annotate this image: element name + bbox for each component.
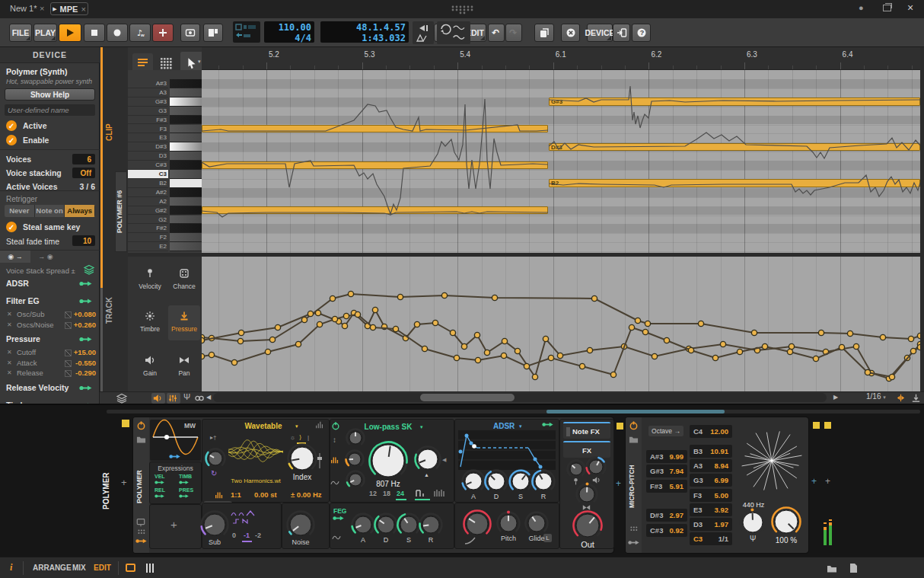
filter-drive-knob[interactable] xyxy=(343,448,366,471)
pressure-point[interactable] xyxy=(839,344,844,350)
prev-icon[interactable]: ◀ xyxy=(206,394,211,401)
pressure-point[interactable] xyxy=(917,333,920,338)
micropitch-value[interactable]: 6.99 xyxy=(715,476,729,484)
filter-slope-option[interactable]: 24 xyxy=(397,490,404,497)
mod-source-row[interactable]: Filter EG xyxy=(0,295,100,307)
expression-tab-gain[interactable]: Gain xyxy=(134,350,166,385)
pressure-point[interactable] xyxy=(524,363,529,369)
pressure-point[interactable] xyxy=(910,348,916,353)
mod-target-row[interactable]: ✕Attack-0.550 xyxy=(0,359,100,369)
pressure-point[interactable] xyxy=(461,343,467,349)
notefx-gain-knob[interactable] xyxy=(584,455,608,479)
show-help-button[interactable]: Show Help xyxy=(5,88,95,101)
insert-device-plus[interactable]: + xyxy=(616,478,621,489)
octave-mode-button[interactable]: Octave → xyxy=(648,426,683,436)
pressure-point[interactable] xyxy=(853,343,859,349)
device-name-input[interactable]: User-defined name xyxy=(5,104,95,116)
filter-type-dropdown[interactable]: Low-pass SK xyxy=(358,423,419,431)
osc-detune-st-value[interactable]: 0.00 st xyxy=(254,490,277,499)
mod-curve-icon[interactable] xyxy=(65,311,72,318)
layout-button[interactable] xyxy=(203,24,223,42)
filter-env-knob[interactable] xyxy=(344,468,367,491)
micropitch-value[interactable]: 5.00 xyxy=(715,491,729,500)
tab-track-section[interactable]: TRACK xyxy=(105,291,116,331)
pressure-point[interactable] xyxy=(557,353,562,358)
piano-key[interactable] xyxy=(170,97,202,107)
single-icon[interactable]: | xyxy=(307,434,309,441)
pressure-point[interactable] xyxy=(698,321,703,326)
micropitch-value[interactable]: 5.91 xyxy=(670,482,684,490)
micropitch-value[interactable]: 9.99 xyxy=(670,452,684,461)
piano-key[interactable] xyxy=(170,233,202,242)
pitch-knob[interactable] xyxy=(495,509,522,537)
pressure-point[interactable] xyxy=(502,338,507,343)
enable-checkbox[interactable]: ✓ xyxy=(6,135,17,145)
filter-mode-lowpass-icon[interactable] xyxy=(415,487,427,498)
add-fx-plus2[interactable]: + xyxy=(825,476,830,487)
link-icon[interactable] xyxy=(194,393,205,404)
pressure-point[interactable] xyxy=(265,349,270,354)
osc-detune-hz-value[interactable]: ± 0.00 Hz xyxy=(291,490,322,499)
piano-key[interactable] xyxy=(170,116,202,125)
pressure-point[interactable] xyxy=(432,320,438,325)
micropitch-value[interactable]: 8.94 xyxy=(715,461,729,470)
pressure-point[interactable] xyxy=(332,316,337,321)
wavetable-name[interactable]: Two Harmonics.wt xyxy=(225,477,286,484)
pressure-point[interactable] xyxy=(865,369,870,375)
mod-curve-icon[interactable] xyxy=(65,370,72,377)
audio-events-layer-icon[interactable] xyxy=(116,393,127,404)
pressure-point[interactable] xyxy=(847,331,852,336)
expression-tab-pressure[interactable]: Pressure xyxy=(168,305,200,340)
piano-key[interactable] xyxy=(170,216,202,225)
micropitch-note-cell[interactable]: A#39.99 xyxy=(646,450,687,463)
micropitch-color-square[interactable] xyxy=(617,423,623,430)
remove-mod-icon[interactable]: ✕ xyxy=(7,321,12,328)
pressure-point[interactable] xyxy=(307,311,313,316)
mod-routing-tab-out[interactable]: ◉ → xyxy=(0,251,30,263)
micropitch-value[interactable]: 12.00 xyxy=(710,427,728,436)
mod-source-row[interactable]: Release Velocity xyxy=(0,382,100,394)
piano-key[interactable] xyxy=(170,188,202,197)
mpe-fork-icon[interactable]: Ψ xyxy=(183,392,190,401)
pressure-point[interactable] xyxy=(237,338,243,343)
micropitch-note-cell[interactable]: A38.94 xyxy=(690,459,732,472)
minimize-icon[interactable]: ● xyxy=(859,3,864,12)
fade-value[interactable]: 10 xyxy=(72,235,95,246)
mixer-columns-icon[interactable] xyxy=(145,563,155,573)
pressure-point[interactable] xyxy=(441,292,447,298)
loop-controls[interactable] xyxy=(437,21,470,44)
redo-button[interactable]: ↷ xyxy=(505,24,522,42)
piano-key[interactable] xyxy=(170,161,202,170)
pressure-point[interactable] xyxy=(813,356,818,361)
polymer-power-icon[interactable] xyxy=(136,420,146,430)
expression-tab-chance[interactable]: Chance xyxy=(168,263,200,298)
pressure-point[interactable] xyxy=(789,343,794,349)
punch-display-button[interactable] xyxy=(180,24,200,42)
micropitch-value[interactable]: 0.92 xyxy=(670,526,684,535)
file-button[interactable]: FILE xyxy=(9,24,32,42)
mod-source-row[interactable]: Pressure xyxy=(0,334,100,345)
steal-checkbox[interactable]: ✓ xyxy=(6,222,17,232)
filter-power-icon[interactable] xyxy=(331,421,340,430)
micropitch-device-name[interactable]: MICRO-PITCH xyxy=(628,452,639,521)
pressure-point[interactable] xyxy=(579,363,585,369)
micropitch-amount-knob[interactable] xyxy=(769,505,803,538)
micropitch-ref-knob[interactable] xyxy=(738,507,768,538)
expression-tab-timbre[interactable]: Timbre xyxy=(134,305,166,340)
clip-item-tab[interactable]: POLYMER #6 xyxy=(115,171,127,252)
device-scroll-thumb[interactable] xyxy=(546,410,725,414)
scrollbar-thumb[interactable] xyxy=(420,394,515,401)
next-icon[interactable]: ▶ xyxy=(833,394,838,401)
pressure-point[interactable] xyxy=(712,355,718,360)
inspector-row-value[interactable]: Off xyxy=(72,168,95,178)
pressure-point[interactable] xyxy=(591,295,597,301)
pressure-point[interactable] xyxy=(269,337,275,342)
pressure-point[interactable] xyxy=(202,353,205,359)
play-button[interactable] xyxy=(59,24,81,42)
pressure-point[interactable] xyxy=(629,324,634,330)
filter-fm-icon[interactable]: ↕ xyxy=(333,436,336,444)
micropitch-note-cell[interactable]: B310.91 xyxy=(690,445,732,458)
device-view-button[interactable]: DEVICE xyxy=(587,24,613,42)
pressure-point[interactable] xyxy=(393,326,398,331)
device-scroll-track[interactable] xyxy=(107,410,920,414)
